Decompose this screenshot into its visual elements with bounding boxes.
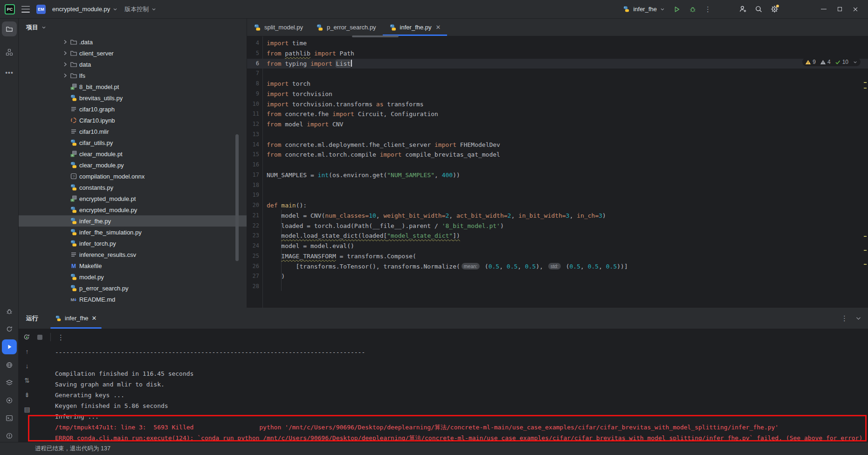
tree-item[interactable]: p_error_search.py bbox=[19, 283, 247, 294]
tree-item[interactable]: clear_module.py bbox=[19, 159, 247, 171]
run-configuration-selector[interactable]: infer_fhe bbox=[622, 5, 665, 14]
chevron-right-icon[interactable] bbox=[62, 49, 70, 57]
tree-item[interactable]: cifar_utils.py bbox=[19, 137, 247, 148]
services-icon[interactable] bbox=[2, 375, 17, 390]
more-tools-icon[interactable]: ••• bbox=[2, 65, 17, 80]
print-icon[interactable]: ▤ bbox=[22, 405, 32, 414]
tree-item[interactable]: model.py bbox=[19, 271, 247, 283]
tree-scrollbar[interactable] bbox=[235, 134, 239, 261]
code-line-17[interactable]: 17NUM_SAMPLES = int(os.environ.get("NUM_… bbox=[247, 170, 868, 180]
code-line-21[interactable]: 21 model = CNV(num_classes=10, weight_bi… bbox=[247, 211, 868, 221]
vcs-widget[interactable]: 版本控制 bbox=[124, 5, 157, 14]
tree-item[interactable]: Cifar10.ipynb bbox=[19, 115, 247, 126]
soft-wrap-icon[interactable]: ⇅ bbox=[22, 376, 32, 385]
close-icon[interactable]: ✕ bbox=[92, 315, 97, 322]
weak-warnings-badge[interactable]: 4 bbox=[820, 59, 831, 65]
scroll-to-end-icon[interactable]: ⇟ bbox=[22, 390, 32, 400]
tree-item[interactable]: MREADME.md bbox=[19, 294, 247, 305]
code-line-26[interactable]: 26 [transforms.ToTensor(), transforms.No… bbox=[247, 262, 868, 272]
code-line-12[interactable]: 12from model import CNV bbox=[247, 119, 868, 130]
tree-item[interactable]: inference_results.csv bbox=[19, 249, 247, 260]
tree-item[interactable]: constants.py bbox=[19, 182, 247, 193]
add-user-icon[interactable] bbox=[738, 5, 747, 14]
run-play-icon[interactable] bbox=[673, 5, 681, 14]
code-line-16[interactable]: 16 bbox=[247, 160, 868, 170]
console-kebab-icon[interactable]: ⋮ bbox=[57, 334, 64, 341]
code-line-8[interactable]: 8import torch bbox=[247, 79, 868, 89]
code-line-13[interactable]: 13 bbox=[247, 130, 868, 140]
stop-icon[interactable] bbox=[35, 333, 44, 341]
chevron-right-icon[interactable] bbox=[62, 72, 70, 79]
debug-icon[interactable] bbox=[2, 304, 17, 319]
code-line-22[interactable]: 22 loaded = torch.load(Path(__file__).pa… bbox=[247, 221, 868, 231]
code-line-7[interactable]: 7 bbox=[247, 69, 868, 79]
code-line-15[interactable]: 15from concrete.ml.torch.compile import … bbox=[247, 150, 868, 160]
code-line-10[interactable]: 10import torchvision.transforms as trans… bbox=[247, 99, 868, 110]
hide-panel-icon[interactable] bbox=[855, 315, 861, 321]
tree-item[interactable]: ?compilation_model.onnx bbox=[19, 171, 247, 182]
more-actions-icon[interactable]: ⋮ bbox=[704, 6, 711, 13]
tree-item[interactable]: MMakefile bbox=[19, 260, 247, 271]
tree-item[interactable]: lfs bbox=[19, 70, 247, 81]
chevron-right-icon[interactable] bbox=[62, 38, 70, 46]
code-line-11[interactable]: 11from concrete.fhe import Circuit, Conf… bbox=[247, 109, 868, 119]
code-line-5[interactable]: 5from pathlib import Path bbox=[247, 48, 868, 59]
close-icon[interactable]: ✕ bbox=[436, 24, 441, 31]
search-icon[interactable] bbox=[754, 5, 763, 14]
chevron-down-icon[interactable] bbox=[853, 60, 858, 65]
code-area[interactable]: 4import time5from pathlib import Path6fr… bbox=[247, 36, 868, 308]
project-badge[interactable]: EM bbox=[36, 5, 46, 14]
problems-icon[interactable] bbox=[2, 428, 17, 443]
tree-item[interactable]: data bbox=[19, 59, 247, 70]
passed-badge[interactable]: 10 bbox=[835, 59, 848, 65]
tree-item[interactable]: cencrypted_module.pt bbox=[19, 193, 247, 204]
tree-item[interactable]: infer_fhe_simulation.py bbox=[19, 227, 247, 238]
code-line-9[interactable]: 9import torchvision bbox=[247, 89, 868, 99]
tree-item[interactable]: cclear_module.pt bbox=[19, 148, 247, 159]
coverage-icon[interactable] bbox=[2, 393, 17, 408]
tree-item[interactable]: c8_bit_model.pt bbox=[19, 81, 247, 92]
debug-bug-icon[interactable] bbox=[689, 5, 697, 14]
code-line-27[interactable]: 27 ) bbox=[247, 271, 868, 282]
code-line-24[interactable]: 24 model = model.eval() bbox=[247, 241, 868, 251]
project-selector[interactable]: encrypted_module.py bbox=[52, 6, 118, 13]
code-line-25[interactable]: 25 IMAGE_TRANSFORM = transforms.Compose( bbox=[247, 251, 868, 262]
tree-item[interactable]: brevitas_utils.py bbox=[19, 92, 247, 103]
tree-item[interactable]: client_server bbox=[19, 48, 247, 59]
terminal-icon[interactable] bbox=[2, 411, 17, 426]
error-stripe[interactable] bbox=[864, 54, 867, 308]
code-line-6[interactable]: 6from typing import List bbox=[247, 59, 868, 69]
structure-icon[interactable] bbox=[2, 45, 17, 60]
rerun-icon[interactable] bbox=[22, 333, 31, 341]
scroll-down-icon[interactable]: ↓ bbox=[22, 361, 32, 371]
code-line-19[interactable]: 19 bbox=[247, 190, 868, 200]
code-line-14[interactable]: 14from concrete.ml.deployment.fhe_client… bbox=[247, 140, 868, 150]
tree-item[interactable]: infer_fhe.py bbox=[19, 215, 247, 227]
tree-item[interactable]: .data bbox=[19, 36, 247, 48]
chevron-right-icon[interactable] bbox=[62, 61, 70, 68]
code-line-28[interactable]: 28 bbox=[247, 282, 868, 292]
tree-item[interactable]: cifar10.graph bbox=[19, 103, 247, 115]
warnings-badge[interactable]: 9 bbox=[805, 59, 816, 65]
python-packages-icon[interactable] bbox=[2, 358, 17, 372]
settings-gear-icon[interactable] bbox=[770, 5, 778, 14]
scroll-up-icon[interactable]: ↑ bbox=[22, 347, 32, 356]
editor-tab-infer_fhe-py[interactable]: infer_fhe.py✕ bbox=[383, 19, 448, 36]
minimize-icon[interactable] bbox=[820, 5, 828, 14]
restart-icon[interactable] bbox=[2, 322, 17, 337]
main-menu-icon[interactable] bbox=[21, 6, 30, 13]
editor-tab-p_error_search-py[interactable]: p_error_search.py bbox=[310, 19, 383, 36]
inspections-widget[interactable]: 9 4 10 bbox=[802, 58, 861, 66]
run-icon[interactable] bbox=[2, 339, 17, 354]
run-tab-infer-fhe[interactable]: infer_fhe ✕ bbox=[50, 308, 102, 329]
close-icon[interactable] bbox=[851, 5, 860, 14]
editor-tab-split_model-py[interactable]: split_model.py bbox=[247, 19, 310, 36]
restore-icon[interactable] bbox=[835, 5, 844, 14]
code-line-18[interactable]: 18 bbox=[247, 180, 868, 191]
code-line-4[interactable]: 4import time bbox=[247, 38, 868, 48]
project-panel-header[interactable]: 项目 bbox=[19, 19, 247, 36]
run-options-kebab-icon[interactable]: ⋮ bbox=[841, 315, 848, 322]
project-folder-icon[interactable] bbox=[2, 21, 17, 36]
console[interactable]: ↑↓⇅⇟▤ ----------------------------------… bbox=[19, 345, 868, 442]
code-line-20[interactable]: 20def main(): bbox=[247, 200, 868, 211]
